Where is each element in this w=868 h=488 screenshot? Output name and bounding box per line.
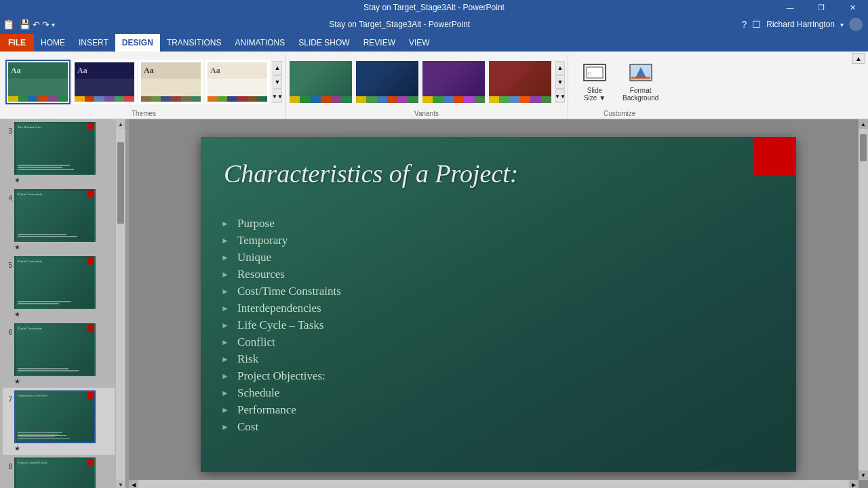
- variant-1[interactable]: [288, 60, 353, 104]
- bullet-arrow-7: ►: [221, 338, 231, 348]
- thumb-img-8: Project Control Cycle: [14, 458, 96, 488]
- slides-panel: ▲ 3 The Bottom Line: ★: [0, 119, 126, 488]
- variant-2[interactable]: [355, 60, 420, 104]
- canvas-vscroll-up[interactable]: ▲: [859, 119, 868, 129]
- variants-scroll-down[interactable]: ▼: [555, 75, 565, 89]
- restore-button[interactable]: ❒: [806, 0, 837, 15]
- bullet-arrow-5: ►: [221, 304, 231, 314]
- themes-scroll-down[interactable]: ▼: [273, 75, 282, 89]
- star-3: ★: [14, 176, 20, 184]
- variants-scroll-up[interactable]: ▲: [555, 61, 565, 75]
- slide-thumb-3[interactable]: 3 The Bottom Line: ★: [3, 119, 115, 186]
- format-background-button[interactable]: FormatBackground: [618, 60, 663, 104]
- bullet-6: ► Life Cycle – Tasks: [221, 319, 776, 332]
- ribbon: 📋 💾 ↶ ↷ ▾ Stay on Target_Stage3Alt - Pow…: [0, 15, 868, 119]
- slide-num-3: 3: [4, 122, 12, 135]
- theme-3[interactable]: Aa: [138, 60, 203, 104]
- customize-label: Customize: [604, 108, 635, 119]
- themes-scroll-up[interactable]: ▲: [273, 61, 282, 75]
- view-tab[interactable]: VIEW: [402, 34, 437, 52]
- bullet-1: ► Temporary: [221, 234, 776, 247]
- variant-4[interactable]: [488, 60, 553, 104]
- home-tab[interactable]: HOME: [34, 34, 72, 52]
- bullet-9: ► Project Objectives:: [221, 369, 776, 383]
- svg-rect-4: [631, 77, 650, 79]
- bullet-arrow-0: ►: [221, 219, 231, 229]
- star-6: ★: [14, 378, 20, 385]
- redo-button[interactable]: ↷: [42, 20, 50, 30]
- star-7: ★: [14, 445, 20, 452]
- slide-red-rect: [754, 137, 796, 176]
- slide-thumb-7[interactable]: 7 Characteristics of a Project: ★: [3, 388, 115, 455]
- slide-num-4: 4: [4, 189, 12, 202]
- slide-size-label: SlideSize ▼: [584, 87, 606, 102]
- bullet-7: ► Conflict: [221, 336, 776, 349]
- theme-4[interactable]: Aa: [205, 60, 270, 104]
- canvas-hscroll[interactable]: ◀ ▶: [129, 480, 859, 488]
- user-avatar: [849, 18, 863, 31]
- slide-size-icon: □: [583, 63, 607, 85]
- slide-thumb-8[interactable]: 8 Project Control Cycle: [3, 455, 115, 488]
- bullet-text-7: Conflict: [237, 336, 275, 349]
- insert-tab[interactable]: INSERT: [72, 34, 115, 52]
- bullet-text-10: Schedule: [237, 386, 279, 400]
- slides-scroll-down[interactable]: ▼: [116, 480, 125, 488]
- ppt-icon: 📋: [3, 19, 14, 30]
- slide-num-5: 5: [4, 256, 12, 269]
- thumb-img-4: Triple Constraints: [14, 189, 96, 242]
- format-bg-icon: [629, 63, 653, 85]
- ribbon-display-icon[interactable]: ☐: [752, 19, 761, 30]
- variants-label: Variants: [288, 108, 565, 119]
- ribbon-collapse-button[interactable]: ▲: [852, 53, 865, 64]
- canvas-hscroll-right[interactable]: ▶: [849, 480, 859, 488]
- bullet-5: ► Interdependencies: [221, 302, 776, 315]
- bullet-arrow-3: ►: [221, 270, 231, 280]
- canvas-hscroll-left[interactable]: ◀: [129, 480, 138, 488]
- canvas-vscroll[interactable]: ▲ ▼: [859, 119, 868, 480]
- help-icon[interactable]: ?: [741, 19, 747, 30]
- save-button[interactable]: 💾: [19, 19, 31, 30]
- format-bg-label: FormatBackground: [623, 87, 658, 102]
- bullet-arrow-11: ►: [221, 405, 231, 415]
- variants-more[interactable]: ▼▼: [555, 89, 565, 103]
- transitions-tab[interactable]: TRANSITIONS: [160, 34, 229, 52]
- theme-1[interactable]: Aa: [5, 60, 71, 104]
- animations-tab[interactable]: ANIMATIONS: [228, 34, 292, 52]
- window-title-bar: Stay on Target_Stage3Alt - PowerPoint: [329, 20, 470, 29]
- slide-canvas[interactable]: Characteristics of a Project: ► Purpose …: [201, 137, 796, 472]
- slideshow-tab[interactable]: SLIDE SHOW: [292, 34, 356, 52]
- minimize-button[interactable]: —: [774, 0, 806, 15]
- bullet-text-12: Cost: [237, 420, 258, 434]
- canvas-vscroll-thumb[interactable]: [860, 134, 867, 161]
- bullet-10: ► Schedule: [221, 386, 776, 400]
- window-title: Stay on Target_Stage3Alt - PowerPoint: [363, 3, 505, 12]
- variant-3[interactable]: [421, 60, 486, 104]
- slide-thumb-6[interactable]: 6 Triple Constraints ★: [3, 321, 115, 388]
- bullet-text-2: Unique: [237, 251, 271, 264]
- user-name: Richard Harrington: [766, 20, 835, 29]
- undo-button[interactable]: ↶: [33, 20, 40, 30]
- thumb-img-6: Triple Constraints: [14, 323, 96, 376]
- design-tab[interactable]: DESIGN: [115, 34, 160, 52]
- close-button[interactable]: ✕: [837, 0, 868, 15]
- canvas-area: Characteristics of a Project: ► Purpose …: [129, 119, 868, 488]
- bullet-arrow-9: ►: [221, 371, 231, 382]
- user-dropdown[interactable]: ▾: [840, 21, 844, 28]
- themes-more[interactable]: ▼▼: [273, 89, 282, 103]
- bullet-11: ► Performance: [221, 403, 776, 417]
- slides-scroll-up[interactable]: ▲: [116, 119, 125, 129]
- review-tab[interactable]: REVIEW: [357, 34, 402, 52]
- slide-size-button[interactable]: □ SlideSize ▼: [576, 60, 613, 104]
- title-bar: Stay on Target_Stage3Alt - PowerPoint — …: [0, 0, 868, 15]
- theme-2[interactable]: Aa: [72, 60, 137, 104]
- file-tab[interactable]: FILE: [0, 34, 34, 52]
- slides-scrollbar-thumb[interactable]: [117, 142, 124, 224]
- svg-text:□: □: [588, 70, 591, 77]
- canvas-vscroll-down[interactable]: ▼: [859, 470, 868, 480]
- bullet-arrow-4: ►: [221, 287, 231, 297]
- slide-thumb-4[interactable]: 4 Triple Constraints ★: [3, 186, 115, 253]
- bullet-arrow-10: ►: [221, 388, 231, 399]
- slide-thumb-5[interactable]: 5 Triple Constraints ★: [3, 253, 115, 321]
- bullet-0: ► Purpose: [221, 217, 776, 230]
- qa-dropdown[interactable]: ▾: [52, 21, 55, 28]
